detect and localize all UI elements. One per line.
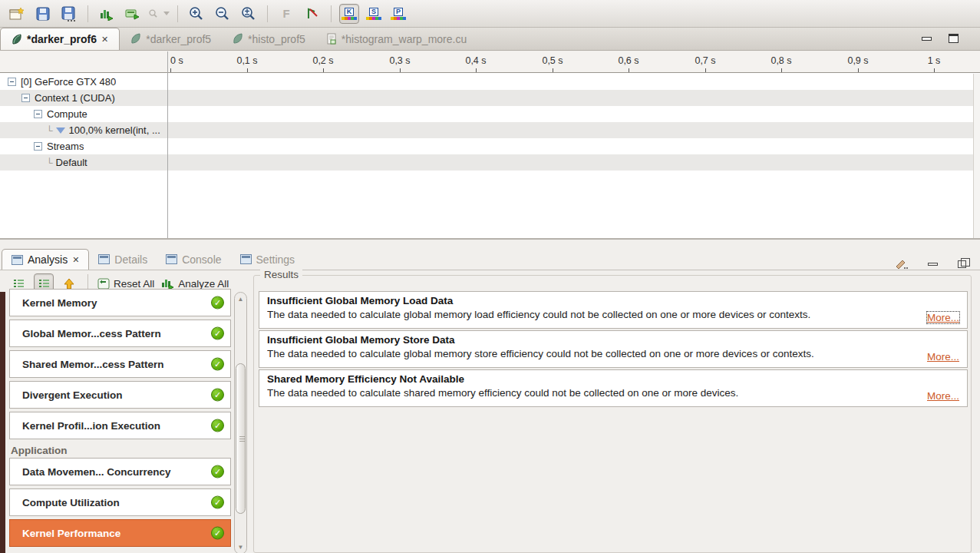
tab-darker-prof6[interactable]: *darker_prof6 ✕	[0, 28, 120, 50]
tab-analysis[interactable]: Analysis ✕	[2, 249, 89, 270]
tree-row-device[interactable]: [0] GeForce GTX 480	[0, 74, 973, 90]
ruler-label: 0,9 s	[847, 55, 868, 66]
zoom-fit-button[interactable]	[238, 3, 259, 25]
list-unguided-icon	[38, 279, 50, 289]
kernel-coloring-button[interactable]: K	[339, 4, 359, 24]
tab-histo-prof5[interactable]: *histo_prof5	[222, 28, 316, 50]
tree-timeline-divider[interactable]	[167, 51, 168, 238]
tree-row-streams[interactable]: Streams	[0, 138, 973, 154]
ruler-tick	[323, 68, 324, 72]
analyze-all-button[interactable]: Analyze All	[160, 277, 229, 290]
more-link[interactable]: More...	[927, 351, 959, 363]
save-button[interactable]	[32, 3, 54, 25]
stream-coloring-button[interactable]: S	[364, 4, 384, 24]
filter-funnel-icon	[56, 127, 65, 134]
toolbar-separator	[267, 5, 268, 22]
analysis-card-kernel-performance[interactable]: Kernel Performance	[9, 519, 231, 547]
check-icon	[211, 358, 224, 371]
toolbar-separator	[177, 5, 178, 22]
analysis-card-global-memory-access[interactable]: Global Memor...cess Pattern	[9, 320, 231, 347]
dropdown-caret-icon	[163, 12, 170, 15]
collapse-icon[interactable]	[21, 94, 30, 102]
tree-row-compute[interactable]: Compute	[0, 106, 973, 122]
check-icon	[211, 327, 224, 340]
tab-close-icon[interactable]: ✕	[101, 35, 108, 45]
tab-label: Analysis	[28, 253, 68, 266]
tab-darker-prof5[interactable]: *darker_prof5	[120, 28, 222, 50]
save-as-button[interactable]	[58, 3, 80, 25]
export-session-button[interactable]	[122, 3, 144, 25]
panel-restore-icon[interactable]	[958, 260, 966, 268]
panel-controls	[896, 260, 966, 269]
tab-settings[interactable]: Settings	[231, 249, 305, 270]
tree-label: Streams	[47, 141, 84, 152]
ruler-label: 0,7 s	[695, 55, 715, 66]
analysis-card-shared-memory-access[interactable]: Shared Memor...cess Pattern	[9, 350, 231, 378]
tree-row-kernel[interactable]: └ 100,0% kernel(int, ...	[0, 122, 973, 138]
card-label: Global Memor...cess Pattern	[22, 328, 161, 339]
result-title: Insufficient Global Memory Load Data	[267, 295, 959, 306]
session-leaf-icon	[130, 33, 141, 45]
tree-row-context[interactable]: Context 1 (CUDA)	[0, 90, 973, 106]
collapse-icon[interactable]	[34, 142, 42, 151]
tab-console[interactable]: Console	[157, 249, 230, 270]
scrollbar-grip	[239, 439, 245, 439]
export-chart-button[interactable]	[96, 3, 117, 25]
more-link[interactable]: More...	[927, 312, 959, 323]
maximize-icon[interactable]	[949, 34, 959, 43]
result-description: The data needed to calculate global memo…	[267, 348, 959, 359]
collapse-icon[interactable]	[8, 78, 16, 86]
check-icon	[211, 419, 224, 432]
ruler-label: 0,6 s	[618, 55, 638, 66]
ruler-tick	[781, 68, 782, 72]
reset-all-button[interactable]: Reset All	[97, 278, 154, 290]
marker-flag-button[interactable]	[302, 3, 323, 25]
zoom-in-icon	[189, 6, 204, 22]
ruler-tick	[629, 68, 629, 72]
result-card-store-data: Insufficient Global Memory Store Data Th…	[259, 330, 968, 368]
card-export-icon	[125, 8, 140, 20]
scrollbar-thumb[interactable]	[236, 363, 246, 514]
analysis-card-kernel-profiling[interactable]: Kernel Profil...ion Execution	[9, 412, 231, 439]
card-label: Kernel Memory	[22, 297, 97, 309]
analysis-view-icon	[12, 255, 23, 265]
analysis-list-scrollbar[interactable]: ▲ ▼	[234, 292, 247, 553]
tree-branch-icon: └	[46, 125, 53, 136]
result-description: The data needed to calculate global memo…	[267, 309, 959, 320]
zoom-out-button[interactable]	[212, 3, 233, 25]
new-window-icon	[9, 7, 25, 21]
tab-histogram-warp-more[interactable]: *histogram_warp_more.cu	[316, 28, 477, 50]
minimize-icon[interactable]	[922, 37, 932, 41]
ruler-label: 0,4 s	[465, 55, 486, 66]
collapse-icon[interactable]	[34, 110, 42, 118]
scroll-down-icon[interactable]: ▼	[235, 544, 246, 551]
panel-minimize-icon[interactable]	[928, 263, 938, 266]
analysis-card-data-movement[interactable]: Data Movemen... Concurrency	[9, 458, 231, 485]
details-view-icon	[98, 254, 110, 264]
more-link[interactable]: More...	[927, 390, 959, 402]
ruler-label: 0,1 s	[236, 55, 257, 66]
zoom-in-button[interactable]	[186, 3, 207, 25]
card-label: Kernel Profil...ion Execution	[22, 420, 160, 432]
tab-details[interactable]: Details	[89, 249, 157, 270]
toolbar-separator	[331, 5, 332, 22]
tree-row-default-stream[interactable]: └ Default	[0, 154, 973, 171]
timeline-scrollbar-gutter[interactable]	[973, 74, 980, 238]
view-menu-icon[interactable]	[896, 260, 908, 269]
analysis-card-compute-utilization[interactable]: Compute Utilization	[9, 488, 231, 516]
tree-label: [0] GeForce GTX 480	[21, 76, 116, 88]
scroll-up-icon[interactable]: ▲	[235, 296, 246, 303]
process-coloring-button[interactable]: P	[388, 4, 408, 24]
tab-label: Settings	[256, 253, 295, 266]
ruler-tick	[705, 68, 706, 72]
timeline-ruler[interactable]: 0 s 0,1 s 0,2 s 0,3 s 0,4 s 0,5 s 0,6 s …	[0, 51, 980, 73]
ruler-label: 0,5 s	[542, 55, 563, 66]
analysis-card-divergent-execution[interactable]: Divergent Execution	[9, 381, 231, 409]
analysis-card-kernel-memory[interactable]: Kernel Memory	[9, 289, 231, 316]
flag-icon	[305, 7, 319, 21]
session-leaf-icon	[12, 34, 22, 45]
left-edge-scroll-strip[interactable]	[0, 292, 5, 553]
tab-close-icon[interactable]: ✕	[72, 255, 79, 265]
zoom-fit-icon	[241, 6, 256, 22]
new-session-button[interactable]	[6, 3, 28, 25]
